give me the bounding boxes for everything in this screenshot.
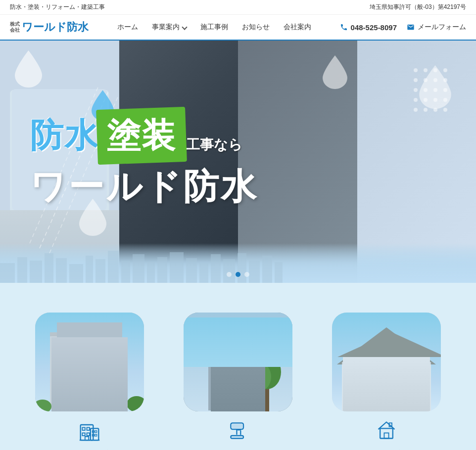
svg-marker-142: [337, 327, 436, 364]
svg-rect-100: [75, 390, 86, 399]
top-bar: 防水・塗装・リフォーム・建築工事 埼玉県知事許可（般-03）第42197号: [0, 0, 476, 15]
hero-bousui-text: 防水: [30, 113, 99, 158]
svg-rect-97: [75, 374, 86, 383]
svg-rect-147: [375, 386, 390, 411]
svg-rect-151: [384, 433, 388, 439]
svg-rect-107: [82, 433, 85, 436]
phone-number: 048-525-8097: [351, 23, 397, 32]
hero-slider-dots: [227, 272, 249, 277]
svg-rect-87: [35, 313, 144, 411]
svg-rect-95: [92, 358, 103, 367]
nav-news[interactable]: お知らせ: [242, 23, 270, 32]
cards-section: マンション・店舗等: [0, 283, 476, 450]
svg-rect-136: [236, 429, 237, 435]
svg-point-133: [249, 363, 271, 391]
logo-main: ワールド防水: [22, 20, 89, 35]
svg-rect-94: [75, 358, 86, 367]
svg-rect-143: [396, 356, 426, 366]
main-nav: ホーム 事業案内 施工事例 お知らせ 会社案内: [108, 23, 320, 32]
header: 株式会社 ワールド防水 ホーム 事業案内 施工事例 お知らせ 会社案内 048-…: [0, 15, 476, 41]
svg-rect-110: [91, 428, 99, 440]
svg-rect-114: [95, 434, 97, 436]
svg-rect-88: [50, 332, 119, 409]
svg-rect-128: [214, 367, 223, 374]
logo[interactable]: 株式会社 ワールド防水: [10, 20, 89, 35]
hero-dot-1[interactable]: [227, 272, 232, 277]
hero-tosou-text: 塗装: [107, 116, 176, 154]
svg-rect-101: [92, 390, 103, 399]
phone-link[interactable]: 048-525-8097: [340, 23, 397, 32]
svg-rect-146: [401, 372, 419, 387]
building-icon: [79, 419, 100, 441]
hero-title-row2: ワールド防水: [30, 163, 258, 211]
nav-about[interactable]: 会社案内: [284, 23, 311, 32]
svg-rect-139: [231, 436, 243, 439]
card-house[interactable]: 一般住宅: [327, 313, 446, 450]
svg-rect-149: [342, 362, 431, 364]
svg-rect-118: [208, 322, 258, 327]
phone-icon: [340, 23, 348, 31]
svg-rect-112: [95, 431, 97, 433]
svg-rect-105: [82, 428, 85, 431]
svg-rect-92: [92, 342, 103, 351]
svg-rect-120: [227, 331, 236, 339]
header-contact: 048-525-8097 メールフォーム: [340, 23, 466, 32]
card-public-image: [184, 313, 292, 411]
hero-dot-3[interactable]: [244, 272, 249, 277]
svg-rect-98: [92, 374, 103, 383]
card-mansion-image: [35, 313, 144, 411]
hero-tosou-wrap: 塗装: [107, 113, 176, 158]
mail-icon: [407, 23, 415, 31]
hero-kojinara-text: 工事なら: [186, 135, 242, 154]
top-bar-right: 埼玉県知事許可（般-03）第42197号: [370, 3, 466, 11]
house-icon: [376, 419, 397, 441]
svg-rect-141: [342, 362, 431, 411]
card-mansion[interactable]: マンション・店舗等: [30, 313, 149, 450]
hero-section: 防水 塗装 工事なら ワールド防水: [0, 41, 476, 283]
svg-rect-117: [208, 322, 258, 410]
svg-rect-137: [238, 429, 241, 430]
svg-rect-90: [57, 342, 68, 351]
svg-rect-125: [214, 355, 223, 362]
svg-rect-108: [87, 433, 90, 436]
svg-rect-144: [395, 364, 427, 366]
card-house-image: [332, 313, 441, 411]
svg-rect-121: [240, 331, 249, 339]
svg-rect-89: [50, 332, 119, 336]
svg-rect-145: [352, 372, 370, 387]
svg-rect-127: [240, 355, 249, 362]
svg-rect-116: [184, 313, 292, 411]
nav-home[interactable]: ホーム: [117, 23, 138, 32]
svg-rect-122: [214, 343, 223, 351]
mail-link[interactable]: メールフォーム: [407, 23, 466, 32]
cards-grid: マンション・店舗等: [20, 313, 456, 450]
svg-rect-130: [240, 367, 249, 374]
svg-rect-119: [214, 331, 223, 339]
svg-rect-93: [57, 358, 68, 367]
mail-label: メールフォーム: [418, 23, 466, 32]
hero-dot-2[interactable]: [236, 272, 240, 277]
svg-rect-126: [227, 355, 236, 362]
svg-rect-91: [75, 342, 86, 351]
svg-rect-124: [240, 343, 249, 351]
card-public[interactable]: 公共施設: [179, 313, 297, 450]
svg-rect-96: [57, 374, 68, 383]
top-bar-left: 防水・塗装・リフォーム・建築工事: [10, 3, 105, 11]
svg-rect-135: [232, 424, 242, 428]
svg-rect-129: [227, 367, 236, 374]
hero-title-row1: 防水 塗装 工事なら: [30, 113, 242, 158]
svg-point-148: [386, 398, 389, 401]
svg-rect-138: [240, 430, 241, 435]
svg-rect-123: [227, 343, 236, 351]
nav-construction[interactable]: 施工事例: [200, 23, 228, 32]
paint-icon: [227, 419, 249, 441]
svg-rect-99: [57, 390, 68, 399]
chevron-down-icon: [182, 24, 187, 30]
hero-overlay: 防水 塗装 工事なら ワールド防水: [0, 41, 476, 283]
nav-business[interactable]: 事業案内: [152, 23, 187, 32]
svg-rect-106: [87, 428, 90, 431]
logo-small: 株式会社: [10, 21, 20, 33]
